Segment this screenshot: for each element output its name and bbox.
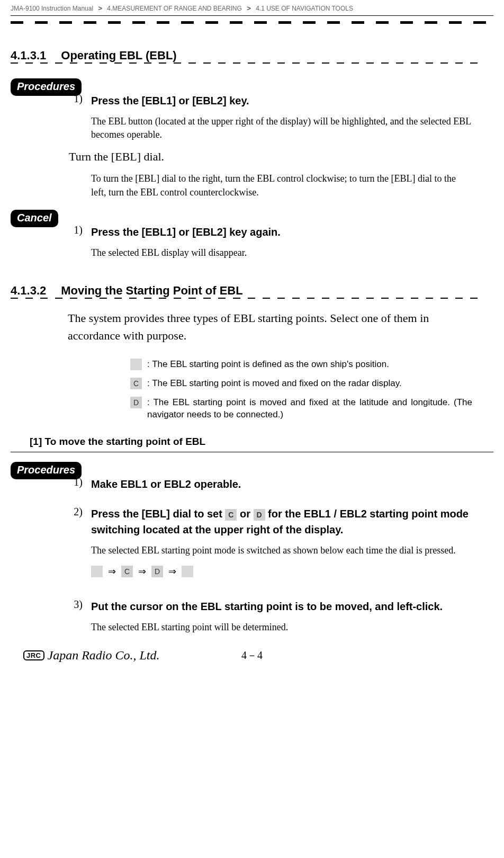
cancel-label: Cancel <box>11 210 58 227</box>
step-row: 3) Put the cursor on the EBL starting po… <box>69 598 483 614</box>
section-heading-row: 4.1.3.1 Operating EBL (EBL) <box>11 49 483 62</box>
section-title: Operating EBL (EBL) <box>61 49 176 62</box>
step-row: 1) Press the [EBL1] or [EBL2] key again. <box>69 224 483 240</box>
mode-tag-c: C <box>121 566 133 577</box>
section-heading: 4.1.3.1 Operating EBL (EBL) <box>11 49 177 62</box>
step-row: 1) Press the [EBL1] or [EBL2] key. <box>69 93 483 109</box>
legend-desc: : The EBL starting point is moved and fi… <box>147 377 472 390</box>
step-title: Make EBL1 or EBL2 operable. <box>91 476 483 492</box>
header-chapter: 4.MEASUREMENT OF RANGE AND BEARING <box>107 5 242 12</box>
mode-cycle: ⇒ C ⇒ D ⇒ <box>91 566 483 577</box>
header-sep: > <box>247 4 251 12</box>
jrc-logo: JRC <box>23 650 44 660</box>
mode-tag-blank <box>182 566 193 577</box>
section-intro: The system provides three types of EBL s… <box>68 309 472 344</box>
step-title: Press the [EBL1] or [EBL2] key. <box>91 93 483 109</box>
instruction-line: Turn the [EBL] dial. <box>69 150 483 164</box>
step-number: 3) <box>69 598 83 614</box>
mode-tag-blank <box>91 566 103 577</box>
section-underline-dash <box>11 62 483 64</box>
step-body: The selected EBL display will disappear. <box>91 246 472 260</box>
legend-desc: : The EBL starting point is defined as t… <box>147 358 472 371</box>
arrow-icon: ⇒ <box>108 566 116 577</box>
page-header: JMA-9100 Instruction Manual > 4.MEASUREM… <box>0 0 504 15</box>
step-body: The selected EBL starting point mode is … <box>91 544 472 557</box>
step-row: 1) Make EBL1 or EBL2 operable. <box>69 476 483 492</box>
legend-row-d: D : The EBL starting point is moved and … <box>130 396 472 422</box>
step-number: 1) <box>69 476 83 492</box>
page-content: 4.1.3.1 Operating EBL (EBL) Procedures 1… <box>0 49 504 448</box>
step-title-part: Press the [EBL] dial to set <box>91 508 225 520</box>
page-number: 4－4 <box>241 648 263 663</box>
step-title-part: or <box>240 508 254 520</box>
step-number: 2) <box>69 506 83 538</box>
mode-tag-d: D <box>130 397 142 408</box>
step-number: 1) <box>69 93 83 109</box>
header-manual: JMA-9100 Instruction Manual <box>11 5 93 12</box>
step-number: 1) <box>69 224 83 240</box>
mode-tag-d: D <box>254 509 265 521</box>
section-underline-dash <box>11 298 483 299</box>
section-number: 4.1.3.1 <box>11 49 46 62</box>
arrow-icon: ⇒ <box>138 566 146 577</box>
mode-tag-c: C <box>225 509 237 521</box>
arrow-icon: ⇒ <box>168 566 176 577</box>
step-body: To turn the [EBL] dial to the right, tur… <box>91 172 472 199</box>
page-content-2: Procedures 1) Make EBL1 or EBL2 operable… <box>0 452 504 634</box>
step-title: Put the cursor on the EBL starting point… <box>91 598 483 614</box>
mode-tag-blank <box>130 359 142 370</box>
mode-tag-c: C <box>130 378 142 389</box>
section-title: Moving the Starting Point of EBL <box>61 284 242 298</box>
header-sep: > <box>98 4 102 12</box>
header-section: 4.1 USE OF NAVIGATION TOOLS <box>256 5 353 12</box>
legend-desc: : The EBL starting point is moved and fi… <box>147 396 472 422</box>
step-body: The EBL button (located at the upper rig… <box>91 115 472 141</box>
legend-row-blank: : The EBL starting point is defined as t… <box>130 358 472 371</box>
step-title: Press the [EBL1] or [EBL2] key again. <box>91 224 483 240</box>
header-rule <box>11 15 493 16</box>
section-heading: 4.1.3.2 Moving the Starting Point of EBL <box>11 284 243 298</box>
page-footer: JRC Japan Radio Co., Ltd. 4－4 <box>0 656 504 666</box>
sub-heading: [1] To move the starting point of EBL <box>30 436 483 448</box>
mode-tag-d: D <box>151 566 163 577</box>
section-heading-row: 4.1.3.2 Moving the Starting Point of EBL <box>11 284 483 298</box>
footer-brand: JRC Japan Radio Co., Ltd. <box>23 648 160 663</box>
step-title: Press the [EBL] dial to set C or D for t… <box>91 506 483 538</box>
company-name: Japan Radio Co., Ltd. <box>48 648 160 663</box>
page-top-dash <box>11 18 493 28</box>
step-body: The selected EBL starting point will be … <box>91 621 472 634</box>
step-row: 2) Press the [EBL] dial to set C or D fo… <box>69 506 483 538</box>
section-number: 4.1.3.2 <box>11 284 46 298</box>
legend-row-c: C : The EBL starting point is moved and … <box>130 377 472 390</box>
